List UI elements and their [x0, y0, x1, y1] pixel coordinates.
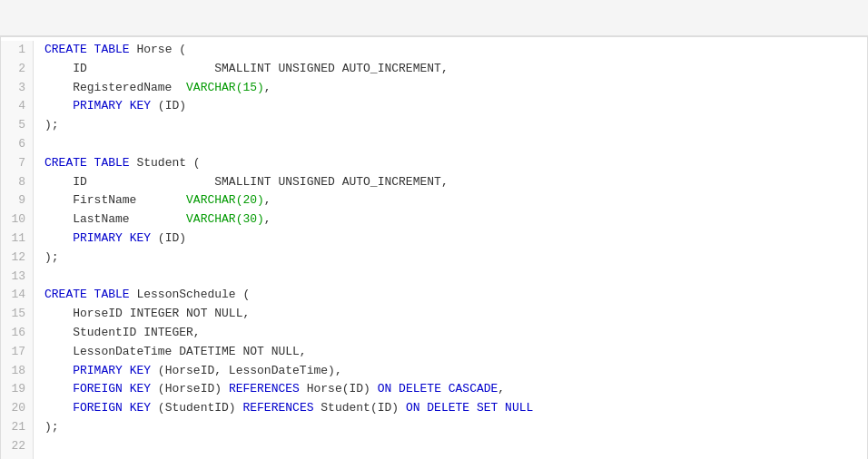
line-number: 14 [8, 286, 25, 305]
code-line: PRIMARY KEY (HorseID, LessonDateTime), [44, 362, 856, 381]
code-line: CREATE TABLE Student ( [44, 154, 856, 173]
code-line: PRIMARY KEY (ID) [44, 230, 856, 249]
code-content[interactable]: CREATE TABLE Horse ( ID SMALLINT UNSIGNE… [34, 41, 867, 459]
code-area[interactable]: 123456789101112131415161718192021222324 … [1, 37, 867, 459]
line-number: 22 [8, 437, 25, 456]
code-line: PRIMARY KEY (ID) [44, 97, 856, 116]
code-line [44, 135, 856, 154]
line-number: 18 [8, 362, 25, 381]
code-line: CREATE TABLE Horse ( [44, 41, 856, 60]
code-line: CREATE TABLE LessonSchedule ( [44, 286, 856, 305]
line-number: 12 [8, 249, 25, 268]
code-line: ); [44, 116, 856, 135]
code-line: RegisteredName VARCHAR(15), [44, 79, 856, 98]
line-number: 13 [8, 268, 25, 287]
line-number: 10 [8, 210, 25, 230]
code-line: LessonDateTime DATETIME NOT NULL, [44, 343, 856, 362]
header [0, 0, 868, 36]
code-line: ); [44, 249, 856, 268]
line-number: 17 [8, 343, 25, 362]
code-line [44, 456, 856, 459]
code-line: FOREIGN KEY (HorseID) REFERENCES Horse(I… [44, 380, 856, 399]
line-number: 9 [8, 191, 25, 210]
line-number: 20 [8, 399, 25, 418]
line-number: 3 [8, 79, 25, 98]
line-number: 23 [8, 456, 25, 459]
line-number: 15 [8, 305, 25, 324]
line-number: 16 [8, 324, 25, 343]
code-line: ID SMALLINT UNSIGNED AUTO_INCREMENT, [44, 60, 856, 79]
line-number: 1 [8, 41, 25, 60]
code-line: StudentID INTEGER, [44, 324, 856, 343]
code-line: LastName VARCHAR(30), [44, 210, 856, 230]
line-number: 19 [8, 380, 25, 399]
line-number: 2 [8, 60, 25, 79]
line-number: 21 [8, 418, 25, 437]
code-line: ID SMALLINT UNSIGNED AUTO_INCREMENT, [44, 173, 856, 192]
line-number: 6 [8, 135, 25, 154]
line-number: 4 [8, 97, 25, 116]
line-number: 11 [8, 230, 25, 249]
editor-container[interactable]: 123456789101112131415161718192021222324 … [0, 36, 868, 459]
line-number: 5 [8, 116, 25, 135]
code-line [44, 268, 856, 287]
code-line [44, 437, 856, 456]
code-line: FirstName VARCHAR(20), [44, 191, 856, 210]
code-line: ); [44, 418, 856, 437]
line-numbers: 123456789101112131415161718192021222324 [1, 41, 34, 459]
line-number: 7 [8, 154, 25, 173]
editor-wrapper: 123456789101112131415161718192021222324 … [0, 36, 868, 459]
line-number: 8 [8, 173, 25, 192]
code-line: HorseID INTEGER NOT NULL, [44, 305, 856, 324]
code-line: FOREIGN KEY (StudentID) REFERENCES Stude… [44, 399, 856, 418]
